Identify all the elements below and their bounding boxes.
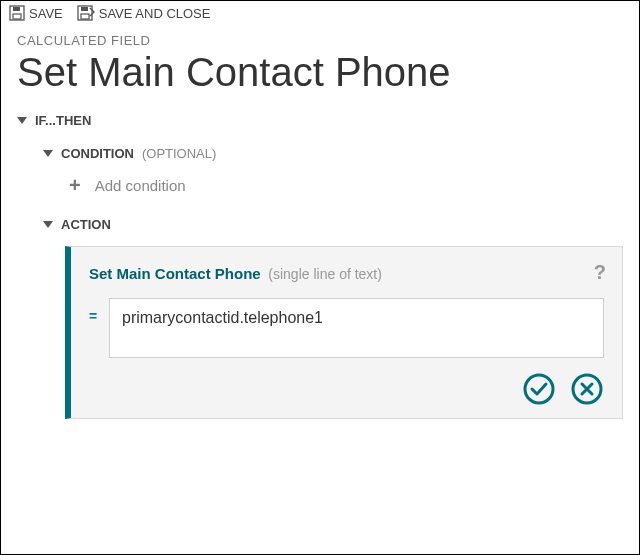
svg-rect-2 — [13, 7, 20, 11]
svg-rect-1 — [13, 14, 21, 19]
svg-rect-5 — [81, 7, 88, 11]
add-condition-label: Add condition — [95, 177, 186, 194]
page-title: Set Main Contact Phone — [17, 50, 623, 95]
save-and-close-button[interactable]: SAVE AND CLOSE — [77, 5, 211, 21]
plus-icon: + — [69, 175, 81, 195]
chevron-down-icon[interactable] — [43, 150, 53, 157]
eyebrow: CALCULATED FIELD — [17, 33, 623, 48]
save-label: SAVE — [29, 6, 63, 21]
ifthen-label: IF...THEN — [35, 113, 91, 128]
help-icon[interactable]: ? — [594, 261, 606, 284]
svg-point-6 — [525, 375, 553, 403]
confirm-button[interactable] — [522, 372, 556, 406]
cancel-button[interactable] — [570, 372, 604, 406]
action-label: ACTION — [61, 217, 111, 232]
condition-header[interactable]: CONDITION (OPTIONAL) — [43, 146, 623, 161]
save-close-icon — [77, 5, 95, 21]
equals-sign: = — [89, 298, 99, 324]
svg-rect-4 — [81, 14, 89, 19]
chevron-down-icon[interactable] — [43, 221, 53, 228]
action-field-type: (single line of text) — [268, 266, 382, 282]
save-icon — [9, 5, 25, 21]
formula-input[interactable] — [109, 298, 604, 358]
add-condition-button[interactable]: + Add condition — [69, 175, 623, 195]
condition-label: CONDITION — [61, 146, 134, 161]
toolbar: SAVE SAVE AND CLOSE — [1, 1, 639, 23]
action-header[interactable]: ACTION — [43, 217, 623, 232]
ifthen-header[interactable]: IF...THEN — [17, 113, 623, 128]
chevron-down-icon[interactable] — [17, 117, 27, 124]
action-card: ? Set Main Contact Phone (single line of… — [65, 246, 623, 419]
check-circle-icon — [522, 372, 556, 406]
save-button[interactable]: SAVE — [9, 5, 63, 21]
save-close-label: SAVE AND CLOSE — [99, 6, 211, 21]
x-circle-icon — [570, 372, 604, 406]
content: CALCULATED FIELD Set Main Contact Phone … — [1, 23, 639, 435]
action-field-name: Set Main Contact Phone — [89, 265, 261, 282]
condition-optional: (OPTIONAL) — [142, 146, 216, 161]
